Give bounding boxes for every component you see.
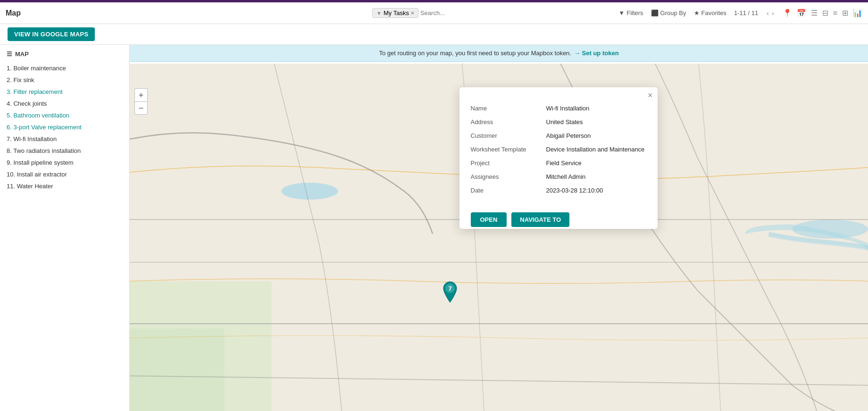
top-bar: Map ▼ My Tasks × ▼ Filters ⬛ Group By ★ … — [0, 2, 868, 24]
popup-field-label: Customer — [471, 132, 546, 139]
popup-row: AddressUnited States — [471, 115, 646, 129]
popup-actions: OPEN NAVIGATE TO — [459, 207, 658, 229]
popup: × NameWi-fi InstallationAddressUnited St… — [459, 87, 658, 229]
pagination-info: 1-11 / 11 — [734, 9, 758, 17]
sidebar-item-8[interactable]: 8. Two radiators installation — [6, 145, 124, 157]
svg-point-1 — [281, 183, 338, 200]
popup-body: NameWi-fi InstallationAddressUnited Stat… — [459, 100, 658, 207]
filters-button[interactable]: ▼ Filters — [618, 9, 643, 17]
popup-field-label: Date — [471, 187, 546, 194]
map-notification: To get routing on your map, you first ne… — [130, 45, 868, 62]
map-area: To get routing on your map, you first ne… — [130, 45, 868, 411]
popup-row: AssigneesMitchell Admin — [471, 170, 646, 184]
sidebar-list: 1. Boiler maintenance2. Fix sink3. Filte… — [0, 62, 129, 192]
search-area: ▼ My Tasks × — [372, 8, 496, 18]
layers-icon: ⬛ — [651, 9, 659, 17]
prev-arrow[interactable]: ‹ — [766, 9, 770, 17]
list-icon: ☰ — [7, 50, 12, 58]
next-arrow[interactable]: › — [771, 9, 775, 17]
marker-label: 7 — [448, 285, 451, 292]
favorites-label: Favorites — [701, 9, 726, 17]
view-google-maps-button[interactable]: VIEW IN GOOGLE MAPS — [8, 27, 95, 41]
sidebar-item-9[interactable]: 9. Install pipeline system — [6, 157, 124, 168]
sidebar-header: ☰ MAP — [0, 50, 129, 62]
main-layout: ☰ MAP 1. Boiler maintenance2. Fix sink3.… — [0, 45, 868, 411]
map-marker-7[interactable]: 7 — [441, 281, 459, 303]
popup-field-label: Name — [471, 105, 546, 112]
funnel-icon: ▼ — [376, 10, 382, 16]
search-input[interactable] — [420, 9, 496, 17]
filter-tag-close[interactable]: × — [411, 10, 414, 17]
popup-row: NameWi-fi Installation — [471, 101, 646, 115]
popup-header: × — [459, 87, 658, 100]
popup-close-button[interactable]: × — [648, 91, 653, 100]
group-by-label: Group By — [660, 9, 686, 17]
sidebar-item-1[interactable]: 1. Boiler maintenance — [6, 62, 124, 74]
popup-field-label: Project — [471, 159, 546, 167]
app-title: Map — [6, 9, 21, 17]
popup-row: Worksheet TemplateDevice Installation an… — [471, 143, 646, 156]
sidebar-item-5[interactable]: 5. Bathroom ventilation — [6, 109, 124, 121]
navigate-to-button[interactable]: NAVIGATE TO — [511, 212, 569, 227]
open-button[interactable]: OPEN — [471, 212, 507, 227]
list-view-icon[interactable]: ☰ — [811, 8, 818, 17]
popup-row: Date2023-03-28 12:10:00 — [471, 184, 646, 197]
sidebar-item-6[interactable]: 6. 3-port Valve replacement — [6, 121, 124, 133]
popup-field-label: Address — [471, 118, 546, 126]
star-icon: ★ — [694, 9, 700, 17]
popup-field-label: Assignees — [471, 173, 546, 180]
zoom-out-button[interactable]: − — [134, 101, 148, 115]
map-canvas[interactable]: + − 7 × NameWi-fi InstallationAddressUni… — [130, 64, 868, 411]
map-view-icon[interactable]: 📍 — [783, 8, 792, 17]
sidebar-title: MAP — [15, 50, 29, 58]
sidebar-item-2[interactable]: 2. Fix sink — [6, 74, 124, 86]
popup-row: ProjectField Service — [471, 156, 646, 170]
sidebar-item-7[interactable]: 7. Wi-fi Installation — [6, 133, 124, 145]
top-bar-right: ▼ Filters ⬛ Group By ★ Favorites 1-11 / … — [618, 8, 862, 17]
popup-field-value: Abigail Peterson — [546, 132, 646, 139]
grid-view-icon[interactable]: ⊞ — [842, 8, 848, 17]
zoom-in-button[interactable]: + — [134, 88, 148, 101]
sidebar-item-3[interactable]: 3. Filter replacement — [6, 86, 124, 98]
filter-tag[interactable]: ▼ My Tasks × — [372, 8, 418, 18]
nav-arrows: ‹ › — [766, 9, 775, 17]
sidebar-item-10[interactable]: 10. Install air extractor — [6, 168, 124, 180]
second-toolbar: VIEW IN GOOGLE MAPS — [0, 24, 868, 45]
setup-token-link[interactable]: → Set up token — [574, 50, 619, 57]
map-controls: + − — [134, 88, 148, 115]
popup-field-value: Device Installation and Maintenance — [546, 146, 646, 153]
calendar-view-icon[interactable]: 📅 — [797, 8, 806, 17]
sidebar-item-4[interactable]: 4. Check joints — [6, 98, 124, 109]
favorites-button[interactable]: ★ Favorites — [694, 9, 726, 17]
popup-field-value: Wi-fi Installation — [546, 105, 646, 112]
filter-tag-label: My Tasks — [384, 9, 409, 17]
chart-view-icon[interactable]: 📊 — [853, 8, 862, 17]
view-icons: 📍 📅 ☰ ⊟ ≡ ⊞ 📊 — [783, 8, 862, 17]
popup-field-value: 2023-03-28 12:10:00 — [546, 187, 646, 194]
svg-rect-4 — [130, 328, 225, 411]
group-by-button[interactable]: ⬛ Group By — [651, 9, 686, 17]
popup-field-value: Mitchell Admin — [546, 173, 646, 180]
sidebar: ☰ MAP 1. Boiler maintenance2. Fix sink3.… — [0, 45, 130, 411]
popup-field-value: Field Service — [546, 159, 646, 167]
popup-field-value: United States — [546, 118, 646, 126]
lines-view-icon[interactable]: ≡ — [833, 9, 837, 17]
popup-field-label: Worksheet Template — [471, 146, 546, 153]
filter-icon: ▼ — [618, 9, 625, 17]
popup-row: CustomerAbigail Peterson — [471, 129, 646, 143]
sidebar-item-11[interactable]: 11. Water Heater — [6, 180, 124, 192]
filters-label: Filters — [626, 9, 643, 17]
kanban-view-icon[interactable]: ⊟ — [822, 8, 828, 17]
notification-text: To get routing on your map, you first ne… — [379, 50, 571, 57]
